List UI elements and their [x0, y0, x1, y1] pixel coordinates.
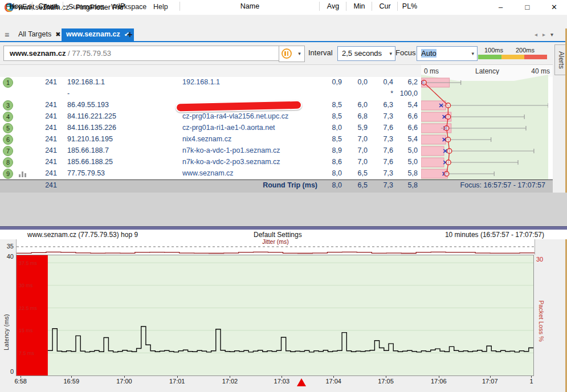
timeline-settings[interactable]: Default Settings: [254, 231, 302, 239]
tab-list-dropdown-icon[interactable]: ▾: [550, 31, 553, 38]
x-tick-label: 17:01: [169, 378, 185, 385]
hop-number-badge: 7: [3, 146, 13, 156]
interval-label: Interval: [308, 48, 333, 57]
count-cell: 241: [32, 78, 57, 86]
hop-number-badge: 9: [3, 169, 13, 179]
hop-row-9[interactable]: 924177.75.79.53www.seznam.cz8,06,57,35,8: [0, 168, 421, 179]
avg-cell: 8,0: [319, 169, 342, 177]
hop-row-5[interactable]: 524184.116.135.226cz-prg01a-ri1-ae1-0.ao…: [0, 122, 421, 134]
x-tick-label: 17:02: [222, 378, 238, 385]
col-avg[interactable]: Avg: [319, 2, 346, 11]
cur-cell: 0,4: [370, 78, 393, 86]
hop-row-8[interactable]: 8241185.66.188.25n7k-ko-a-vdc-2-po3.sezn…: [0, 157, 421, 168]
count-cell: 241: [32, 101, 57, 109]
col-cur[interactable]: Cur: [372, 2, 398, 11]
rt-count: 241: [32, 181, 57, 189]
interval-select[interactable]: 2,5 seconds ▾: [337, 46, 395, 61]
ip-cell: 185.66.188.7: [67, 146, 109, 154]
pause-dropdown-button[interactable]: ▾: [295, 46, 305, 62]
hop-latency-minigraph: [421, 75, 548, 179]
scale-100ms-label: 100ms: [484, 47, 503, 54]
min-cell: 7,0: [345, 135, 368, 143]
hop-row-1[interactable]: 1241192.168.1.1192.168.1.10,90,00,46,2: [0, 77, 421, 88]
timeline-range[interactable]: 10 minutes (16:57:57 - 17:07:57): [445, 231, 544, 239]
pl-cell: 5,8: [394, 169, 418, 177]
pl-cell: 5,0: [394, 158, 418, 166]
timeline-marker-icon[interactable]: [297, 378, 306, 386]
latency-axis-label: Latency (ms): [3, 288, 10, 350]
ip-cell: 77.75.79.53: [67, 169, 105, 177]
new-tab-button[interactable]: +: [124, 28, 136, 41]
svg-text:7.5 ms: 7.5 ms: [19, 350, 35, 356]
x-tick-label: 16:59: [63, 378, 79, 385]
cur-cell: *: [370, 89, 393, 97]
tab-seznam[interactable]: www.seznam.cz✔: [62, 28, 134, 41]
target-input[interactable]: www.seznam.cz / 77.75.79.53: [3, 46, 283, 61]
min-cell: 6,5: [345, 169, 368, 177]
latency-time-chart[interactable]: 37.5 ms30 ms22.5 ms15 ms7.5 ms: [16, 255, 534, 376]
count-cell: 241: [32, 169, 57, 177]
rt-cur: 7,3: [370, 181, 393, 189]
tab-menu-icon[interactable]: ≡: [5, 30, 9, 39]
x-tick-label: 17:07: [482, 378, 498, 385]
hop-row-7[interactable]: 7241185.66.188.7n7k-ko-a-vdc-1-po1.sezna…: [0, 145, 421, 157]
hop-row-6[interactable]: 624191.210.16.195nix4.seznam.cz8,57,07,3…: [0, 134, 421, 145]
pl-cell: 6,6: [394, 112, 418, 120]
hop-row-3[interactable]: 324186.49.55.1938,56,06,35,4: [0, 100, 421, 111]
count-cell: 241: [32, 112, 57, 120]
avg-cell: 8,0: [319, 124, 342, 132]
count-cell: 241: [32, 124, 57, 132]
x-tick-label: 17:06: [431, 378, 447, 385]
x-tick-label: 6:58: [14, 378, 26, 385]
tab-scroll-right-icon[interactable]: ▸: [542, 31, 545, 38]
col-pl[interactable]: PL%: [397, 2, 422, 11]
focus-select[interactable]: Auto ▾: [417, 46, 478, 61]
tab-all-targets[interactable]: All Targets✖: [14, 28, 65, 41]
cur-cell: 7,3: [370, 112, 393, 120]
rt-pl: 5,8: [394, 181, 418, 189]
col-count[interactable]: Count: [32, 2, 63, 11]
hop-number-badge: 5: [3, 123, 13, 133]
pause-icon: [282, 48, 292, 59]
x-tick-label: 17:04: [325, 378, 341, 385]
avg-cell: 8,5: [319, 101, 342, 109]
ip-cell: 91.210.16.195: [67, 135, 113, 143]
svg-text:37.5 ms: 37.5 ms: [19, 260, 38, 266]
count-cell: 241: [32, 146, 57, 154]
hop-number-badge: 4: [3, 112, 13, 122]
ip-cell: 84.116.135.226: [67, 124, 116, 132]
count-cell: 241: [32, 158, 57, 166]
col-ip[interactable]: IP: [63, 2, 180, 11]
min-cell: 6,8: [345, 112, 368, 120]
pause-button[interactable]: [279, 46, 296, 62]
tab-scroll-left-icon[interactable]: ◂: [535, 31, 537, 38]
cur-cell: 7,3: [370, 135, 393, 143]
col-hop[interactable]: Hop: [0, 2, 32, 11]
x-tick-label: 17:05: [378, 378, 394, 385]
alerts-side-tab[interactable]: Alerts: [554, 44, 566, 75]
pl-cell: 5,0: [394, 146, 418, 154]
col-name[interactable]: Name: [180, 2, 320, 11]
interval-value: 2,5 seconds: [342, 49, 382, 58]
col-min[interactable]: Min: [346, 2, 372, 11]
maximize-button[interactable]: □: [515, 0, 540, 15]
rt-min: 6,5: [345, 181, 368, 189]
cur-cell: 6,3: [370, 101, 393, 109]
jitter-graph: [17, 239, 535, 255]
close-button[interactable]: ✕: [541, 0, 567, 15]
cur-cell: 7,3: [370, 169, 393, 177]
hop-row-4[interactable]: 424184.116.221.225cz-prg01a-ra4-vla2156.…: [0, 111, 421, 122]
name-cell: cz-prg01a-ra4-vla2156.net.upc.cz: [182, 112, 288, 120]
ip-cell: 84.116.221.225: [67, 112, 116, 120]
hop-number-badge: 6: [3, 134, 13, 145]
table-header: [0, 64, 421, 78]
hop-row-2[interactable]: -*100,0: [0, 88, 421, 100]
close-tab-icon[interactable]: ✖: [55, 31, 60, 38]
svg-text:15 ms: 15 ms: [19, 328, 33, 333]
jitter-axis-max: 35: [2, 243, 14, 250]
name-cell: www.seznam.cz: [182, 169, 234, 177]
latency-minigraph-area: [421, 75, 548, 179]
latency-scale-max: 40 ms: [531, 67, 550, 75]
pl-cell: 5,4: [394, 135, 418, 143]
minimize-button[interactable]: –: [488, 0, 513, 15]
